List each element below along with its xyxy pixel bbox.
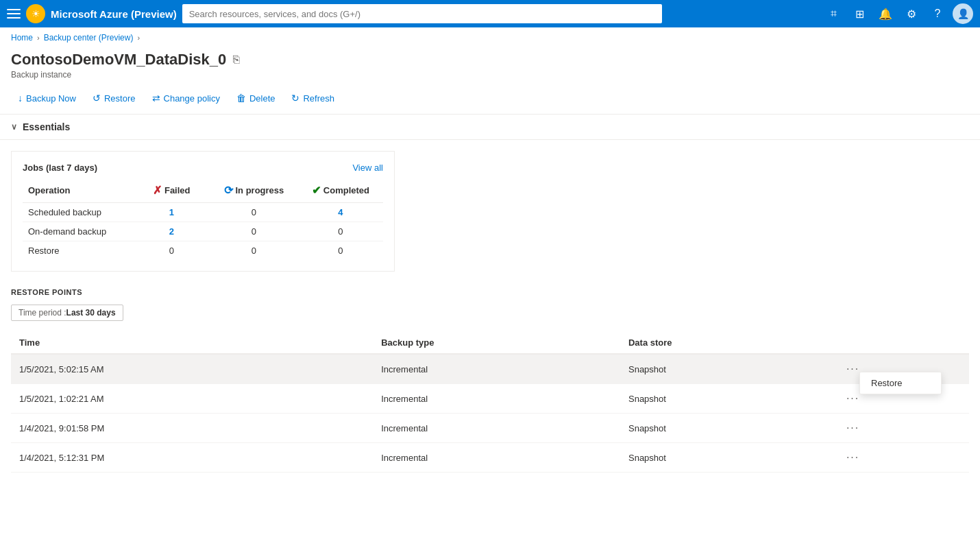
jobs-cell-operation: On-demand backup xyxy=(23,222,133,241)
restore-points-section: RESTORE POINTS Time period : Last 30 day… xyxy=(0,283,980,478)
top-bar-icons-group: ⌗ ⊞ 🔔 ⚙ ? 👤 xyxy=(822,3,973,25)
jobs-cell-failed[interactable]: 1 xyxy=(133,203,210,222)
context-menu: Restore xyxy=(859,372,942,394)
rp-cell-backup-type: Incremental xyxy=(373,384,620,414)
rp-cell-data-store: Snapshot xyxy=(620,354,834,384)
delete-button[interactable]: 🗑 Delete xyxy=(230,89,282,107)
jobs-failed-link[interactable]: 1 xyxy=(169,207,174,217)
restore-button[interactable]: ↺ Restore xyxy=(86,89,143,107)
breadcrumb-parent[interactable]: Backup center (Preview) xyxy=(44,33,134,43)
essentials-label: Essentials xyxy=(23,121,70,132)
rp-cell-backup-type: Incremental xyxy=(373,354,620,384)
rp-cell-actions: ··· xyxy=(834,443,969,473)
page-title: ContosoDemoVM_DataDisk_0 xyxy=(11,51,226,69)
restore-icon: ↺ xyxy=(93,93,101,104)
global-search-input[interactable] xyxy=(182,4,662,23)
jobs-cell-inprogress: 0 xyxy=(210,222,298,241)
azure-logo-icon: ☀ xyxy=(26,4,45,23)
rp-cell-actions: ··· xyxy=(834,414,969,443)
jobs-col-operation: Operation xyxy=(23,181,133,203)
row-more-actions-button[interactable]: ··· xyxy=(842,420,863,436)
jobs-cell-operation: Scheduled backup xyxy=(23,203,133,222)
jobs-cell-completed[interactable]: 4 xyxy=(298,203,383,222)
breadcrumb-separator-2: › xyxy=(137,34,140,42)
action-toolbar: ↓ Backup Now ↺ Restore ⇄ Change policy 🗑… xyxy=(0,85,980,115)
view-all-link[interactable]: View all xyxy=(352,163,383,173)
rp-cell-time: 1/4/2021, 5:12:31 PM xyxy=(11,443,373,473)
jobs-cell-completed: 0 xyxy=(298,222,383,241)
rp-cell-time: 1/5/2021, 1:02:21 AM xyxy=(11,384,373,414)
jobs-card: Jobs (last 7 days) View all Operation ✗ … xyxy=(11,151,395,272)
breadcrumb-separator-1: › xyxy=(37,34,40,42)
change-policy-button[interactable]: ⇄ Change policy xyxy=(145,89,227,107)
cloud-shell-icon[interactable]: ⌗ xyxy=(822,3,844,25)
completed-status-icon: ✔ xyxy=(312,184,321,197)
table-row: Scheduled backup104 xyxy=(23,203,383,222)
rp-col-time: Time xyxy=(11,332,373,354)
table-row: 1/4/2021, 5:12:31 PMIncrementalSnapshot·… xyxy=(11,443,969,473)
row-more-actions-button[interactable]: ··· xyxy=(842,450,863,465)
rp-cell-time: 1/4/2021, 9:01:58 PM xyxy=(11,414,373,443)
jobs-cell-inprogress: 0 xyxy=(210,203,298,222)
essentials-chevron-icon: ∨ xyxy=(11,122,17,132)
jobs-table: Operation ✗ Failed ⟳ In progress xyxy=(23,181,383,260)
essentials-section-header[interactable]: ∨ Essentials xyxy=(0,115,980,140)
delete-icon: 🗑 xyxy=(236,93,246,104)
page-subtitle: Backup instance xyxy=(11,70,969,80)
jobs-col-inprogress: ⟳ In progress xyxy=(210,181,298,203)
jobs-col-completed: ✔ Completed xyxy=(298,181,383,203)
jobs-cell-failed: 0 xyxy=(133,241,210,261)
table-row: On-demand backup200 xyxy=(23,222,383,241)
rp-col-backup-type: Backup type xyxy=(373,332,620,354)
breadcrumb: Home › Backup center (Preview) › xyxy=(0,27,980,48)
settings-icon[interactable]: ⚙ xyxy=(901,3,922,25)
rp-cell-backup-type: Incremental xyxy=(373,414,620,443)
context-menu-restore-item[interactable]: Restore xyxy=(860,372,941,394)
jobs-cell-inprogress: 0 xyxy=(210,241,298,261)
jobs-cell-completed: 0 xyxy=(298,241,383,261)
notifications-icon[interactable]: 🔔 xyxy=(874,3,896,25)
inprogress-status-icon: ⟳ xyxy=(224,184,233,197)
jobs-col-failed: ✗ Failed xyxy=(133,181,210,203)
rp-cell-data-store: Snapshot xyxy=(620,384,834,414)
time-period-filter[interactable]: Time period : Last 30 days xyxy=(11,305,123,321)
refresh-icon: ↻ xyxy=(291,93,299,104)
change-policy-icon: ⇄ xyxy=(152,93,160,104)
table-row: 1/5/2021, 5:02:15 AMIncrementalSnapshot·… xyxy=(11,354,969,384)
jobs-card-title: Jobs (last 7 days) xyxy=(23,163,97,173)
top-navigation-bar: ☀ Microsoft Azure (Preview) ⌗ ⊞ 🔔 ⚙ ? 👤 xyxy=(0,0,980,27)
refresh-button[interactable]: ↻ Refresh xyxy=(284,89,341,107)
help-icon[interactable]: ? xyxy=(927,3,948,25)
rp-col-actions xyxy=(834,332,969,354)
rp-cell-time: 1/5/2021, 5:02:15 AM xyxy=(11,354,373,384)
restore-points-table: Time Backup type Data store 1/5/2021, 5:… xyxy=(11,332,969,473)
rp-cell-data-store: Snapshot xyxy=(620,443,834,473)
jobs-cell-operation: Restore xyxy=(23,241,133,261)
time-period-label: Time period : xyxy=(19,308,66,318)
jobs-completed-link[interactable]: 4 xyxy=(338,207,343,217)
hamburger-menu-button[interactable] xyxy=(7,7,21,21)
restore-points-title: RESTORE POINTS xyxy=(11,288,969,296)
user-avatar[interactable]: 👤 xyxy=(953,3,973,24)
table-row: Restore000 xyxy=(23,241,383,261)
rp-col-data-store: Data store xyxy=(620,332,834,354)
table-row: 1/5/2021, 1:02:21 AMIncrementalSnapshot·… xyxy=(11,384,969,414)
failed-status-icon: ✗ xyxy=(153,184,162,197)
breadcrumb-home[interactable]: Home xyxy=(11,33,33,43)
jobs-failed-link[interactable]: 2 xyxy=(169,226,174,237)
jobs-cell-failed[interactable]: 2 xyxy=(133,222,210,241)
app-title: Microsoft Azure (Preview) xyxy=(51,8,177,20)
page-header: ContosoDemoVM_DataDisk_0 ⎘ Backup instan… xyxy=(0,48,980,85)
backup-now-icon: ↓ xyxy=(18,93,23,104)
rp-cell-backup-type: Incremental xyxy=(373,443,620,473)
time-period-value: Last 30 days xyxy=(66,308,116,318)
rp-cell-data-store: Snapshot xyxy=(620,414,834,443)
table-row: 1/4/2021, 9:01:58 PMIncrementalSnapshot·… xyxy=(11,414,969,443)
backup-now-button[interactable]: ↓ Backup Now xyxy=(11,89,83,107)
copy-icon[interactable]: ⎘ xyxy=(233,53,240,66)
directory-icon[interactable]: ⊞ xyxy=(848,3,870,25)
